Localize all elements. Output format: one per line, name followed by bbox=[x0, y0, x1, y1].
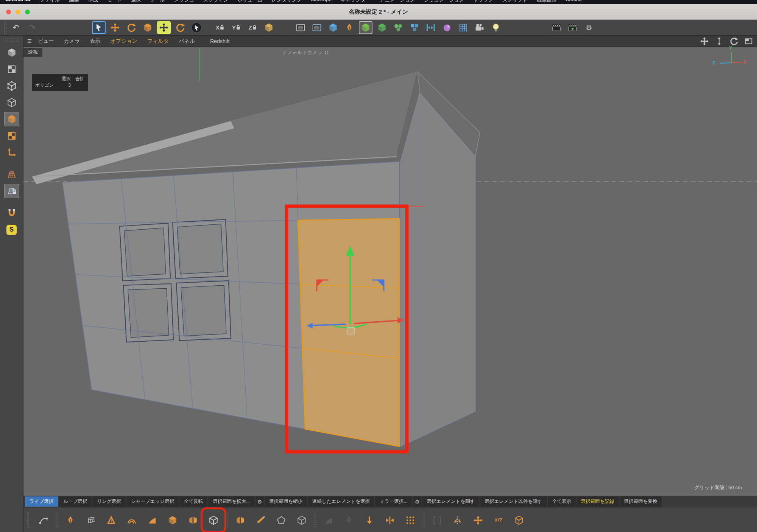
primitive-object-menu[interactable] bbox=[326, 21, 340, 34]
shrink-selection-button[interactable]: 選択範囲を縮小 bbox=[265, 496, 307, 507]
toolbar-handle[interactable] bbox=[4, 21, 7, 34]
application-menu-items[interactable]: Cinema 4Dファイル編集作成モード選択ツールメッシュスプラインボリュームレ… bbox=[0, 0, 757, 3]
model-mode-button[interactable] bbox=[4, 45, 19, 60]
weld-tool[interactable] bbox=[381, 512, 399, 529]
polygon-pen-tool[interactable] bbox=[62, 512, 79, 529]
house-model[interactable] bbox=[32, 72, 480, 446]
viewport-menu-ビュー[interactable]: ビュー bbox=[38, 38, 54, 45]
spline-smooth-tool[interactable] bbox=[35, 512, 52, 529]
app-menu-item[interactable]: トラック bbox=[473, 0, 493, 3]
knife-tool[interactable] bbox=[252, 512, 269, 529]
sharp-edge-selection-button[interactable]: シャープエッジ選択 bbox=[126, 496, 179, 507]
app-menu-item[interactable]: 編集 bbox=[69, 0, 79, 3]
gizmo-center-handle[interactable] bbox=[347, 327, 354, 334]
redo-button[interactable]: ↷ bbox=[25, 21, 39, 34]
volume-menu[interactable] bbox=[408, 21, 421, 34]
app-menu-item[interactable]: アニメーション bbox=[380, 0, 415, 3]
symmetry-menu[interactable] bbox=[424, 21, 438, 34]
viewport-pick-tool[interactable] bbox=[190, 21, 203, 34]
grow-selection-options-button[interactable]: ⚙ bbox=[255, 496, 264, 507]
interactive-render-button[interactable] bbox=[550, 21, 563, 34]
render-settings-button[interactable]: ⚙ bbox=[582, 21, 596, 34]
app-menu-item[interactable]: スプライン bbox=[203, 0, 229, 3]
edge-mode-button[interactable] bbox=[4, 95, 19, 110]
coordinate-system-button[interactable] bbox=[262, 21, 276, 34]
hide-selected-button[interactable]: 選択エレメントを隠す bbox=[422, 496, 479, 507]
invert-all-button[interactable]: 全て反転 bbox=[179, 496, 207, 507]
brush-tool[interactable] bbox=[340, 512, 358, 529]
app-menu-item[interactable]: スクリプト bbox=[502, 0, 528, 3]
live-selection-button[interactable]: ライブ選択 bbox=[25, 496, 58, 507]
orbit-view-button[interactable] bbox=[729, 37, 738, 45]
cloner-menu[interactable] bbox=[391, 21, 405, 34]
quantize-button[interactable]: S bbox=[4, 222, 19, 237]
workplane-button[interactable] bbox=[4, 167, 19, 182]
array-menu[interactable] bbox=[456, 21, 470, 34]
viewport-menu-フィルタ[interactable]: フィルタ bbox=[147, 38, 169, 45]
axis-mode-button[interactable] bbox=[4, 145, 19, 160]
points-mode-button[interactable] bbox=[4, 79, 19, 93]
render-picture-viewer-button[interactable] bbox=[310, 21, 324, 34]
iron-tool[interactable] bbox=[320, 512, 337, 529]
app-menu-item[interactable]: ファイル bbox=[40, 0, 60, 3]
app-menu-item[interactable]: シミュレーション bbox=[424, 0, 464, 3]
camera-label[interactable]: デフォルトカメラ bbox=[282, 49, 329, 56]
app-menu-item[interactable]: 機能拡張 bbox=[537, 0, 556, 3]
polygon-hole-tool[interactable] bbox=[273, 512, 290, 529]
loop-selection-button[interactable]: ループ選択 bbox=[59, 496, 92, 507]
zoom-button[interactable] bbox=[25, 9, 30, 14]
dolly-view-button[interactable] bbox=[715, 37, 724, 45]
convert-selection-button[interactable]: 選択範囲を変換 bbox=[620, 496, 662, 507]
app-menu-item[interactable]: メッシュ bbox=[174, 0, 194, 3]
lock-workplane-button[interactable] bbox=[4, 184, 19, 198]
quad-strip-tool[interactable] bbox=[82, 512, 100, 529]
move-tool[interactable] bbox=[108, 21, 122, 34]
toolbar-handle[interactable] bbox=[26, 512, 30, 529]
app-menu-item[interactable]: MoGraph bbox=[311, 0, 331, 3]
scale-tool[interactable] bbox=[141, 21, 154, 34]
smooth-shift-tool[interactable] bbox=[184, 512, 202, 529]
app-menu-item[interactable]: レンダリング bbox=[272, 0, 302, 3]
rotate-normal-tool[interactable] bbox=[173, 21, 187, 34]
pan-view-button[interactable] bbox=[700, 37, 709, 45]
app-menu-item[interactable]: Cinema 4D bbox=[5, 0, 31, 3]
viewport-menu-redshift[interactable]: Redshift bbox=[210, 38, 229, 44]
matrix-extrude-tool[interactable] bbox=[205, 512, 222, 529]
texture-axis-mode-button[interactable] bbox=[4, 129, 19, 143]
y-axis-lock[interactable]: Y bbox=[229, 21, 243, 34]
split-tool[interactable] bbox=[232, 512, 249, 529]
collapse-tool[interactable] bbox=[361, 512, 378, 529]
close-polygon-hole-tool[interactable] bbox=[510, 512, 528, 529]
viewport[interactable]: ≡ ビューカメラ表示オプションフィルタパネル Redshift bbox=[23, 36, 757, 496]
minimize-button[interactable] bbox=[16, 9, 20, 14]
app-menu-item[interactable]: ツール bbox=[150, 0, 165, 3]
bevel-tool[interactable] bbox=[428, 512, 446, 529]
axis-center-tool[interactable] bbox=[469, 512, 487, 529]
undo-button[interactable]: ↶ bbox=[9, 21, 23, 34]
app-menu-item[interactable]: キャラクター bbox=[341, 0, 371, 3]
generator-menu[interactable] bbox=[359, 21, 372, 34]
grow-selection-button[interactable]: 選択範囲を拡大... bbox=[208, 496, 254, 507]
polygon-mode-button[interactable] bbox=[4, 112, 19, 126]
mirror-selection-button[interactable]: ミラー選択... bbox=[375, 496, 412, 507]
app-menu-item[interactable]: Corona bbox=[565, 0, 582, 3]
app-menu-item[interactable]: ボリューム bbox=[237, 0, 262, 3]
viewport-burger-menu-icon[interactable]: ≡ bbox=[27, 37, 32, 45]
spline-pen-menu[interactable] bbox=[343, 21, 356, 34]
unhide-all-button[interactable]: 全て表示 bbox=[548, 496, 576, 507]
axis-move-tool[interactable] bbox=[157, 21, 171, 34]
render-view-button[interactable] bbox=[294, 21, 307, 34]
viewport-menu-パネル[interactable]: パネル bbox=[179, 38, 195, 45]
hide-unselected-button[interactable]: 選択エレメント以外を隠す bbox=[480, 496, 547, 507]
ring-selection-button[interactable]: リング選択 bbox=[92, 496, 125, 507]
mirror-selection-options-button[interactable]: ⚙ bbox=[413, 496, 422, 507]
app-menu-item[interactable]: 作成 bbox=[88, 0, 98, 3]
palette-handle[interactable] bbox=[5, 38, 19, 42]
xyz-transfer-tool[interactable]: XYZ bbox=[490, 512, 507, 529]
select-connected-button[interactable]: 連続したエレメントを選択 bbox=[308, 496, 374, 507]
viewport-canvas[interactable] bbox=[23, 47, 757, 496]
store-selection-button[interactable]: 選択範囲を記録 bbox=[576, 496, 619, 507]
close-button[interactable] bbox=[6, 9, 11, 14]
texture-mode-button[interactable] bbox=[4, 62, 19, 76]
z-axis-lock[interactable]: Z bbox=[246, 21, 259, 34]
